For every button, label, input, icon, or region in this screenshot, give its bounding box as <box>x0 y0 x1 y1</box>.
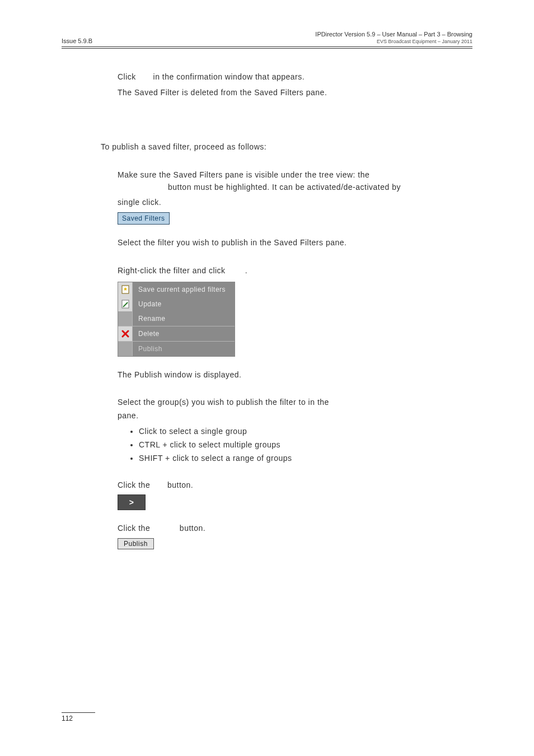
bullet-list: Click to select a single group CTRL + cl… <box>139 427 472 463</box>
step6-post: button. <box>177 524 205 533</box>
header-left: Issue 5.9.B <box>62 38 92 44</box>
step4-post: pane. <box>118 410 472 422</box>
step5-post: button. <box>165 480 194 489</box>
blank-icon-2 <box>118 342 133 356</box>
ctx-publish[interactable]: Publish <box>118 342 235 356</box>
document-pencil-icon <box>118 297 133 311</box>
ctx-save[interactable]: Save current applied filters <box>118 282 235 297</box>
step5-pre: Click the <box>118 480 153 489</box>
step4: Select the group(s) you wish to publish … <box>118 396 472 409</box>
header-title: IPDirector Version 5.9 – User Manual – P… <box>315 31 472 38</box>
page-number: 112 <box>62 715 472 722</box>
step3: Right-click the filter and click . <box>118 265 472 277</box>
click-confirm-line: Click in the confirmation window that ap… <box>118 71 472 83</box>
publish-button[interactable]: Publish <box>118 538 154 549</box>
step3-result: The Publish window is displayed. <box>118 369 472 381</box>
header-rule-2 <box>62 48 472 49</box>
blank-icon <box>118 311 133 326</box>
content: Click in the confirmation window that ap… <box>62 71 472 549</box>
ctx-delete[interactable]: Delete <box>118 326 235 341</box>
click-prefix: Click <box>118 72 138 81</box>
step1-line2-post: button must be highlighted. It can be ac… <box>168 183 401 192</box>
document-star-icon <box>118 282 133 297</box>
page-footer: 112 <box>62 712 472 722</box>
delete-x-icon <box>118 326 133 341</box>
ctx-save-label: Save current applied filters <box>133 286 226 293</box>
ctx-publish-label: Publish <box>133 345 162 353</box>
deleted-line: The Saved Filter is deleted from the Sav… <box>118 87 472 99</box>
step4-pre: Select the group(s) you wish to publish … <box>118 398 329 407</box>
footer-rule <box>62 712 95 713</box>
publish-intro: To publish a saved filter, proceed as fo… <box>101 141 472 153</box>
ctx-update[interactable]: Update <box>118 297 235 311</box>
click-suffix: in the confirmation window that appears. <box>151 72 305 81</box>
step3-pre: Right-click the filter and click <box>118 266 228 275</box>
header-sub: EVS Broadcast Equipment – January 2011 <box>315 39 472 44</box>
header-right: IPDirector Version 5.9 – User Manual – P… <box>315 31 472 44</box>
bullet-2: CTRL + click to select multiple groups <box>139 440 472 449</box>
step1-line2: button must be highlighted. It can be ac… <box>118 181 472 194</box>
ctx-update-label: Update <box>133 300 162 308</box>
saved-filters-button[interactable]: Saved Filters <box>118 212 170 225</box>
step6: Click the button. <box>118 522 472 535</box>
step5: Click the button. <box>118 479 472 492</box>
step3-post: . <box>245 266 247 275</box>
header-rule-1 <box>62 46 472 47</box>
ctx-rename-label: Rename <box>133 315 165 323</box>
page-header: Issue 5.9.B IPDirector Version 5.9 – Use… <box>62 31 472 44</box>
step6-pre: Click the <box>118 524 153 533</box>
ctx-rename[interactable]: Rename <box>118 311 235 326</box>
step1-line1: Make sure the Saved Filters pane is visi… <box>118 169 472 181</box>
step2: Select the filter you wish to publish in… <box>118 237 472 249</box>
step1-line3: single click. <box>118 197 472 209</box>
arrow-right-button[interactable]: > <box>118 494 146 510</box>
ctx-delete-label: Delete <box>133 330 160 338</box>
bullet-3: SHIFT + click to select a range of group… <box>139 454 472 463</box>
bullet-1: Click to select a single group <box>139 427 472 436</box>
context-menu: Save current applied filters Update Rena… <box>118 282 235 357</box>
